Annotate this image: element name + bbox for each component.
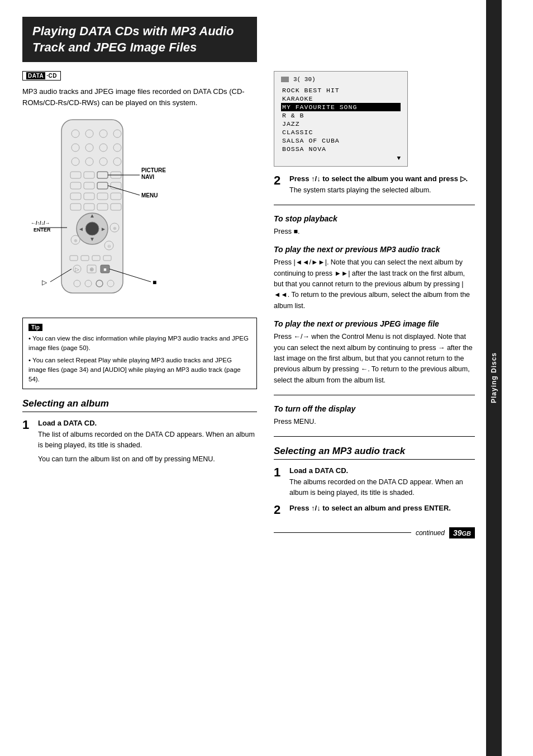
album-item-7: SALSA OF CUBA	[281, 136, 401, 145]
tip-box: Tip • You can view the disc information …	[22, 318, 257, 389]
svg-text:PICTURE: PICTURE	[141, 167, 166, 173]
step-1-label: Load a DATA CD.	[38, 419, 257, 427]
mp3-step-2: 2 Press ↑/↓ to select an album and press…	[274, 504, 475, 516]
step-2-label: Press ↑/↓ to select the album you want a…	[289, 174, 475, 183]
album-item-4: R & B	[281, 111, 401, 120]
svg-text:▷: ▷	[42, 278, 47, 286]
svg-text:▼: ▼	[89, 236, 95, 242]
continued-text: continued	[416, 529, 445, 537]
data-cd-badge: DATA·CD	[22, 71, 61, 81]
intro-text: MP3 audio tracks and JPEG image files re…	[22, 86, 257, 108]
mp3-step-1: 1 Load a DATA CD. The albums recorded on…	[274, 466, 475, 498]
svg-text:MENU: MENU	[141, 192, 158, 199]
album-item-1: ROCK BEST HIT	[281, 86, 401, 94]
stop-playback-text: Press ■.	[274, 226, 475, 237]
page-number: 39GB	[449, 527, 475, 538]
mp3-track-title: To play the next or previous MP3 audio t…	[274, 245, 475, 254]
svg-text:⊖: ⊖	[107, 244, 111, 249]
selecting-album-title: Selecting an album	[22, 398, 257, 412]
svg-text:■: ■	[153, 278, 156, 286]
step-1-number: 1	[22, 419, 34, 464]
continued-line: continued 39GB	[274, 527, 475, 538]
mp3-track-text: Press |◄◄/►►|. Note that you can select …	[274, 257, 475, 311]
scroll-indicator: ▼	[281, 155, 401, 162]
turn-off-text: Press MENU.	[274, 417, 475, 427]
album-item-2: KARAOKE	[281, 94, 401, 103]
disc-icon	[281, 77, 289, 82]
svg-point-30	[85, 222, 99, 235]
mp3-step-1-text: The albums recorded on the DATA CD appea…	[289, 477, 475, 498]
divider-2	[274, 395, 475, 395]
step-1: 1 Load a DATA CD. The list of albums rec…	[22, 419, 257, 464]
album-item-5: JAZZ	[281, 120, 401, 128]
tip-item-1: • You can view the disc information whil…	[28, 334, 251, 353]
mp3-step-1-number: 1	[274, 466, 285, 498]
mp3-step-2-label: Press ↑/↓ to select an album and press E…	[289, 504, 475, 512]
svg-text:▲: ▲	[89, 212, 95, 219]
svg-text:←/↑/↓/→: ←/↑/↓/→	[31, 220, 50, 226]
svg-text:NAVI: NAVI	[141, 174, 154, 180]
svg-text:⊕: ⊕	[89, 266, 94, 272]
album-count: 3( 30)	[293, 76, 316, 83]
jpeg-file-title: To play the next or previous JPEG image …	[274, 319, 475, 328]
divider-1	[274, 205, 475, 205]
step-1-text2: You can turn the album list on and off b…	[38, 454, 257, 465]
album-item-6: CLASSIC	[281, 128, 401, 136]
album-item-8: BOSSA NOVA	[281, 145, 401, 153]
album-item-3-selected: MY FAVOURITE SONG	[281, 103, 401, 111]
page-title: Playing DATA CDs with MP3 Audio Track an…	[22, 17, 257, 62]
album-display: 3( 30) ROCK BEST HIT KARAOKE MY FAVOURIT…	[274, 71, 408, 167]
stop-playback-title: To stop playback	[274, 214, 475, 223]
svg-text:⊕: ⊕	[74, 238, 78, 243]
side-tab-label: Playing Discs	[490, 352, 498, 403]
svg-text:⊕: ⊕	[113, 226, 117, 231]
tip-label: Tip	[28, 324, 42, 331]
mp3-step-1-label: Load a DATA CD.	[289, 466, 475, 475]
tip-item-2: • You can select Repeat Play while playi…	[28, 356, 251, 385]
step-2: 2 Press ↑/↓ to select the album you want…	[274, 174, 475, 196]
divider-3	[274, 436, 475, 437]
svg-text:◄: ◄	[78, 226, 84, 232]
mp3-step-2-number: 2	[274, 504, 285, 516]
step-2-text: The system starts playing the selected a…	[289, 185, 475, 196]
svg-text:►: ►	[101, 226, 106, 232]
remote-diagram: ▲ ▼ ◄ ► ⊕ ⊕ ⊖	[28, 117, 173, 309]
turn-off-title: To turn off the display	[274, 404, 475, 413]
selecting-mp3-title: Selecting an MP3 audio track	[274, 446, 475, 460]
step-1-text1: The list of albums recorded on the DATA …	[38, 429, 257, 451]
side-tab: Playing Discs	[486, 0, 502, 756]
svg-text:■: ■	[103, 267, 106, 272]
svg-text:▷: ▷	[75, 266, 79, 272]
step-2-number: 2	[274, 174, 285, 196]
jpeg-file-text: Press ←/→ when the Control Menu is not d…	[274, 332, 475, 386]
svg-text:ENTER: ENTER	[34, 227, 51, 233]
